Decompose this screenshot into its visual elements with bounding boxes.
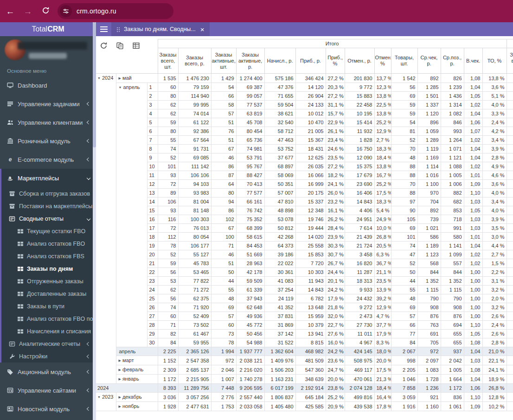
column-header[interactable]: ТО, % — [482, 48, 507, 74]
value-cell: 71 — [211, 242, 236, 250]
value-cell: 37 254 — [264, 286, 295, 294]
value-cell: 1,04 — [464, 145, 482, 153]
value-cell: 15,7 % — [326, 109, 345, 118]
submenu-item[interactable]: Доставленные заказы — [0, 287, 96, 300]
value-cell: 97 — [391, 197, 417, 206]
column-header[interactable]: Приб., р. — [295, 48, 326, 74]
value-cell: 72 — [158, 180, 178, 189]
sidebar-item-ecommerce[interactable]: eE-commerce модуль — [0, 150, 96, 169]
value-cell: 1 337 — [417, 101, 441, 109]
column-header[interactable]: Ср.поз., р. — [441, 48, 464, 74]
value-cell: 468 982 — [295, 347, 326, 356]
app-logo[interactable]: TotalCRM — [0, 22, 96, 36]
sidebar-item-tag[interactable]: Акционный модуль — [0, 363, 96, 381]
value-cell: 58 615 — [236, 233, 264, 242]
submenu-item[interactable]: Сводные отчеты — [0, 212, 96, 225]
value-cell: 469 117 — [345, 365, 374, 375]
expand-icon[interactable]: ▶ — [119, 376, 121, 382]
menu-toggle-icon[interactable] — [96, 22, 111, 36]
column-header[interactable]: В.чек. — [464, 48, 482, 74]
column-header[interactable]: Товары, шт. — [391, 48, 417, 74]
column-header[interactable]: Заказы активные, р. — [236, 48, 264, 74]
value-cell: 15 414 — [345, 118, 374, 127]
value-cell: 25 558 — [295, 242, 326, 250]
column-header[interactable]: Заказы всего, шт. — [158, 48, 178, 74]
sidebar-item-bank[interactable]: Розничный модуль — [0, 132, 96, 150]
month-cell[interactable]: ▶февраль — [116, 365, 158, 375]
collapse-icon[interactable]: ▼ — [97, 394, 101, 401]
browser-forward-icon[interactable]: → — [22, 7, 33, 16]
export-xlsx-icon[interactable] — [132, 42, 141, 50]
column-header[interactable]: Начисл., р. — [264, 48, 295, 74]
value-cell: 50 456 — [236, 330, 264, 338]
column-header[interactable]: Приб., % — [326, 48, 345, 74]
day-cell: 12 — [147, 180, 158, 189]
sidebar-scrollbar[interactable] — [93, 22, 96, 420]
submenu-item-active[interactable]: Заказы по дням — [0, 262, 96, 275]
column-header[interactable]: Заказы всего, р. — [178, 48, 211, 74]
value-cell: 30,3 % — [326, 242, 345, 250]
sidebar-item-dashboard[interactable]: Dashboard — [0, 76, 96, 95]
tab-close-icon[interactable]: × — [199, 26, 205, 33]
sidebar-item-distribution[interactable]: Модуль распределения — [0, 418, 96, 420]
report-icon — [8, 215, 15, 222]
value-cell: 30,7 % — [326, 250, 345, 259]
year-cell[interactable]: ▼2023 — [96, 393, 116, 411]
value-cell: 26,8 % — [374, 233, 391, 242]
sidebar-item-marketplace[interactable]: aМаркетплейсы — [0, 169, 96, 187]
sidebar-item-news[interactable]: Новостной модуль — [0, 400, 96, 418]
value-cell: 645 184 — [295, 393, 326, 402]
value-cell: 26 035 — [295, 162, 326, 171]
month-cell[interactable]: ▶январь — [116, 375, 158, 384]
expand-icon[interactable]: ▶ — [119, 357, 121, 364]
value-cell: 1,03 — [464, 356, 482, 365]
month-cell[interactable]: ▼апрель — [116, 83, 147, 347]
browser-back-icon[interactable]: ← — [5, 7, 16, 16]
column-header[interactable]: Отмен., % — [374, 48, 391, 74]
month-cell[interactable]: ▶май — [116, 74, 158, 83]
sidebar-section-label: Основное меню — [0, 64, 96, 76]
collapse-icon[interactable]: ▼ — [97, 75, 101, 82]
table-icon — [17, 303, 24, 310]
column-header[interactable]: Отмен., р. — [345, 48, 374, 74]
submenu-item[interactable]: Аналитические отчеты — [0, 337, 96, 350]
month-cell[interactable]: ▶март — [116, 356, 158, 365]
column-header[interactable]: Ср.чек, р. — [417, 48, 441, 74]
submenu-item[interactable]: Поставки на маркетплейсы — [0, 200, 96, 212]
browser-reload-icon[interactable] — [40, 6, 51, 16]
collapse-icon[interactable]: ▼ — [119, 84, 122, 91]
copy-icon[interactable] — [116, 42, 124, 50]
submenu-item[interactable]: Сборка и отгрузка заказов — [0, 187, 96, 200]
submenu-item[interactable]: Начисления и списания — [0, 325, 96, 337]
month-cell[interactable]: ▶ноябрь — [116, 402, 158, 411]
expand-icon[interactable]: ▶ — [119, 367, 121, 373]
expand-icon[interactable]: ▶ — [119, 403, 121, 410]
address-bar[interactable]: crm.ortogo.ru — [58, 3, 173, 19]
refresh-icon[interactable] — [100, 42, 108, 50]
expand-icon[interactable]: ▶ — [119, 394, 121, 401]
column-header[interactable]: Заказы активные, шт. — [211, 48, 236, 74]
submenu-item[interactable]: Настройки — [0, 350, 96, 363]
sidebar-item-users[interactable]: Управление клиентами — [0, 113, 96, 132]
scrollbar-thumb[interactable] — [93, 22, 96, 147]
value-cell: 1 476 230 — [178, 74, 211, 83]
submenu-item[interactable]: Заказы в пути — [0, 300, 96, 312]
month-cell[interactable]: ▶декабрь — [116, 393, 158, 402]
year-cell[interactable]: ▼2024 — [96, 74, 116, 384]
site-info-icon[interactable] — [60, 5, 72, 17]
value-cell: 12,9 % — [374, 303, 391, 312]
sidebar-item-tasks[interactable]: Управление задачами — [0, 95, 96, 113]
submenu-item[interactable]: Текущие остатки FBO — [0, 225, 96, 237]
submenu-item[interactable]: Анализ остатков FBO по скл — [0, 312, 96, 325]
value-cell: 87 — [211, 171, 236, 180]
value-cell: 52 — [391, 136, 417, 145]
value-cell: 580 — [441, 233, 464, 242]
sidebar-item-site[interactable]: Управление сайтами — [0, 381, 96, 400]
expand-icon[interactable]: ▶ — [119, 75, 121, 82]
submenu-item[interactable]: Анализ остатков FBS — [0, 250, 96, 262]
submenu-item[interactable]: Отгруженные заказы — [0, 275, 96, 287]
submenu-item[interactable]: Анализ остатков FBO — [0, 237, 96, 250]
clipped-cell — [507, 286, 513, 294]
tab-orders-by-days[interactable]: Заказы по дням. Сводны... × — [111, 22, 210, 36]
clipped-cell — [507, 101, 513, 109]
